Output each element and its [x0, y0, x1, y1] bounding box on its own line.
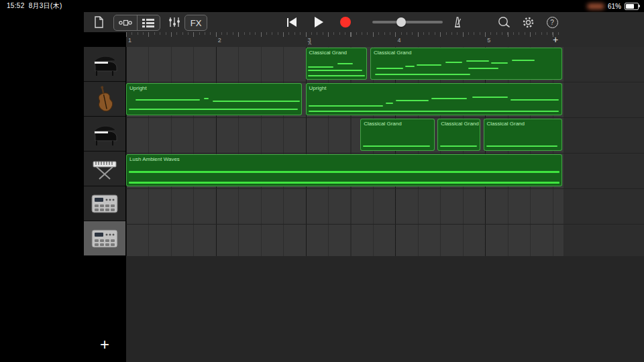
track-tail: [564, 225, 644, 259]
garageband-app: 15:52 8月3日(木) 61%: [0, 0, 644, 362]
loop-browser-icon: [497, 16, 511, 28]
ruler-bar-label: 4: [397, 37, 400, 44]
note-bar: [136, 99, 200, 101]
play-icon: [315, 17, 323, 27]
track-controls-button[interactable]: [166, 15, 183, 29]
status-bar: 15:52 8月3日(木) 61%: [0, 0, 644, 12]
note-bar: [309, 105, 382, 107]
metronome-icon: [451, 16, 464, 28]
tracks-view-icon: [142, 18, 155, 27]
note-bar: [308, 66, 333, 68]
help-button[interactable]: ?: [544, 15, 560, 29]
note-bar: [491, 62, 508, 64]
note-bar: [405, 66, 415, 67]
document-icon: [94, 16, 104, 28]
note-bar: [511, 99, 559, 101]
midi-region[interactable]: Classical Grand: [306, 48, 368, 80]
fx-button[interactable]: FX: [184, 15, 207, 31]
track-select-3[interactable]: [84, 117, 125, 152]
midi-region[interactable]: Classical Grand: [437, 119, 480, 151]
empty-area: [126, 256, 644, 362]
ruler[interactable]: 12345 A +: [126, 32, 644, 48]
note-bar: [472, 97, 508, 98]
track-tail: [564, 189, 644, 224]
note-bar: [486, 145, 557, 147]
help-icon: ?: [547, 17, 558, 28]
note-bar: [445, 62, 463, 63]
track-select-2[interactable]: [84, 82, 125, 117]
track-select-6[interactable]: [84, 221, 125, 256]
note-bar: [308, 70, 362, 71]
note-bar: [129, 182, 560, 184]
status-date: 8月3日(木): [29, 2, 62, 9]
my-songs-button[interactable]: [91, 15, 107, 29]
volume-slider-thumb[interactable]: [396, 17, 406, 27]
section-label: A: [309, 41, 312, 46]
track-select-4[interactable]: [84, 152, 125, 186]
left-panel: [0, 12, 84, 362]
track-row-1: Classical GrandClassical Grand: [126, 47, 644, 82]
track-headers: +: [84, 32, 126, 362]
midi-region[interactable]: Classical Grand: [484, 119, 562, 151]
master-volume-slider[interactable]: [372, 21, 443, 23]
region-label: Lush Ambient Waves: [129, 156, 180, 162]
add-section-button[interactable]: +: [549, 34, 562, 46]
note-bar: [431, 98, 467, 99]
note-bar: [363, 145, 430, 147]
live-loops-view-button[interactable]: [115, 15, 137, 30]
region-label: Classical Grand: [441, 121, 478, 127]
redacted-indicator: [587, 3, 604, 9]
midi-region[interactable]: Upright: [306, 83, 562, 115]
track-row-4: Lush Ambient Waves: [126, 154, 644, 189]
ruler-bar-label: 2: [218, 37, 221, 44]
ruler-bar-label: 1: [128, 37, 131, 44]
audio-region[interactable]: Lush Ambient Waves: [126, 154, 562, 186]
note-bar: [440, 145, 477, 147]
note-bar: [396, 100, 429, 101]
status-time: 15:52: [7, 2, 25, 9]
midi-region[interactable]: Classical Grand: [360, 119, 434, 151]
track-row-6: [126, 225, 644, 260]
play-button[interactable]: [312, 15, 325, 29]
record-icon: [340, 17, 351, 27]
gear-icon: [522, 16, 535, 29]
settings-button[interactable]: [520, 15, 536, 29]
note-bar: [468, 68, 498, 69]
ruler-ticks: [126, 32, 564, 47]
track-grid[interactable]: [126, 189, 564, 224]
grand-piano-icon: [90, 122, 119, 146]
timeline: 12345 A + Classical GrandClassical Grand…: [126, 32, 644, 362]
live-loops-icon: [119, 19, 132, 27]
add-track-button[interactable]: +: [84, 330, 125, 359]
track-select-5[interactable]: [84, 186, 125, 221]
battery-percent: 61%: [608, 3, 621, 10]
note-bar: [417, 64, 441, 66]
track-tail: [564, 154, 644, 188]
record-button[interactable]: [339, 15, 352, 29]
track-select-1[interactable]: [84, 47, 125, 82]
region-label: Classical Grand: [374, 50, 411, 56]
note-bar: [213, 101, 300, 102]
tracks-view-button[interactable]: [137, 15, 160, 30]
metronome-button[interactable]: [449, 15, 466, 29]
region-label: Upright: [129, 85, 147, 91]
rewind-button[interactable]: [285, 15, 299, 29]
midi-region[interactable]: Classical Grand: [370, 48, 562, 80]
ruler-bar-label: 5: [487, 37, 490, 44]
note-bar: [129, 171, 560, 173]
battery-icon: [625, 3, 639, 10]
track-grid[interactable]: [126, 225, 564, 259]
note-bar: [309, 111, 559, 112]
loop-browser-button[interactable]: [496, 15, 512, 29]
drum-machine-icon: [90, 192, 119, 215]
view-switcher: [113, 15, 160, 31]
region-label: Classical Grand: [364, 121, 401, 127]
track-tail: [564, 118, 644, 153]
midi-region[interactable]: Upright: [126, 83, 302, 115]
note-bar: [129, 109, 298, 110]
note-bar: [386, 103, 393, 104]
track-rows: Classical GrandClassical GrandUprightUpr…: [126, 47, 644, 260]
note-bar: [204, 98, 209, 99]
plus-icon: +: [553, 34, 558, 45]
grand-piano-icon: [90, 52, 119, 76]
